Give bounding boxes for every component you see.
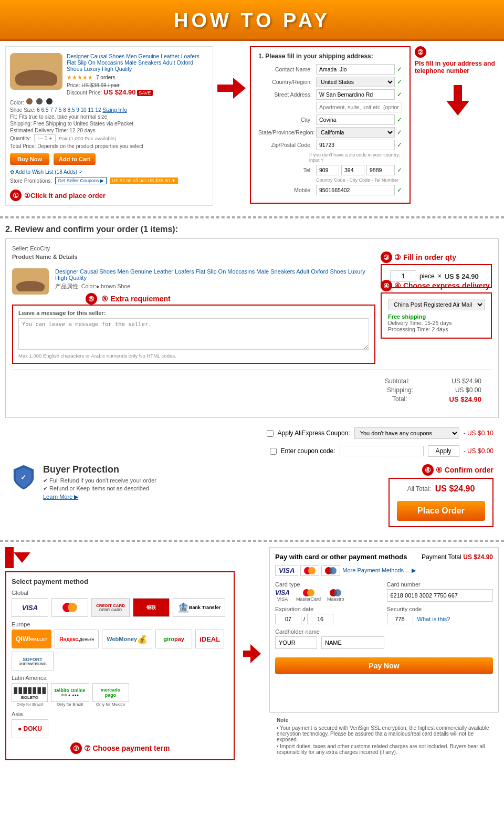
- mobile-check-icon: ✓: [397, 186, 402, 194]
- yandex-method[interactable]: Яндекс .Деньги: [55, 630, 99, 648]
- add-to-cart-button[interactable]: Add to Cart: [54, 153, 96, 165]
- doku-method[interactable]: ● DOKU: [12, 719, 48, 738]
- what-is-this-link[interactable]: What is this?: [417, 616, 450, 622]
- total-value: US $24.90: [449, 395, 481, 403]
- payment-total-label: Payment Total: [422, 553, 461, 561]
- total-price-row: Total Price: Depends on the product prop…: [10, 143, 208, 149]
- state-select[interactable]: California: [316, 127, 395, 138]
- payment-right-wrapper: Pay with card or other payment methods P…: [269, 547, 499, 760]
- bp-link[interactable]: Learn More ▶: [43, 494, 78, 500]
- step3-label-area: ③ ③ Fill in order qty: [381, 251, 456, 263]
- quantity-row: Quantity: — 1 + Pair (1,000 Pair availab…: [10, 134, 208, 142]
- zip-input[interactable]: [316, 140, 395, 150]
- mercado-method[interactable]: mercado pago Only for Mexico: [92, 683, 129, 707]
- shipping-total-row: Shipping: US $0.00: [23, 386, 481, 394]
- exp-label: Expiration date: [275, 606, 382, 612]
- zip-hint-row: If you don't have a zip code in your cou…: [258, 152, 402, 163]
- exp-security-row: Expiration date / Security code What is …: [275, 606, 493, 624]
- payment-arrow-shaft: [243, 651, 250, 657]
- aliexpress-coupon-discount: - US $0.10: [464, 429, 494, 437]
- aliexpress-coupon-checkbox[interactable]: [267, 430, 274, 437]
- apply-button[interactable]: Apply: [428, 445, 459, 457]
- coupon-input-row: Enter coupon code: Apply - US $0.00: [0, 443, 504, 459]
- action-buttons: Buy Now Add to Cart: [10, 153, 208, 165]
- aliexpress-coupon-select[interactable]: You don't have any coupons: [354, 427, 459, 439]
- global-label: Global: [12, 590, 228, 596]
- bank-icon: 🏦: [177, 602, 189, 613]
- sofort-method[interactable]: SOFORTÜBERWEISUNG: [12, 652, 54, 670]
- security-label: Security code: [387, 606, 494, 612]
- notes-section: Note • Your payment is secured with Veri…: [269, 712, 499, 760]
- payment-total-row: Payment Total US $24.90: [422, 553, 493, 561]
- payment-arrow-head: [250, 644, 261, 663]
- coupon-code-input[interactable]: [340, 446, 424, 456]
- message-section: Leave a message for this seller: Max 1,0…: [12, 305, 375, 364]
- giropay-method[interactable]: giropay: [155, 630, 192, 648]
- apt-input[interactable]: [316, 102, 402, 112]
- cardholder-col: Cardholder name: [275, 628, 493, 649]
- visa-method[interactable]: VISA: [12, 598, 48, 617]
- message-label: Leave a message for this seller:: [18, 310, 369, 316]
- cardholder-row: Cardholder name: [275, 628, 493, 649]
- sizing-info-link[interactable]: Sizing Info: [102, 107, 127, 113]
- step2-note-area: ② Pls fill in your address and telephone…: [411, 46, 499, 116]
- ideal-method[interactable]: iDEAL: [195, 630, 224, 648]
- webmoney-method[interactable]: WebMoney💰: [102, 630, 152, 648]
- coupon-code-label: Enter coupon code:: [281, 447, 335, 455]
- bp-item2: ✔ Refund or Keep items not as described: [43, 485, 156, 492]
- arrow-down-head: [446, 101, 469, 116]
- shipping-total-value: US $0.00: [455, 386, 481, 394]
- wishlist-link[interactable]: ✿ Add to Wish List (18 Adds) ✓: [10, 169, 208, 175]
- message-textarea[interactable]: [18, 318, 369, 350]
- delito-method[interactable]: Débito Online ⊕⊕▲ ●●● Only for Brazil: [51, 683, 89, 707]
- mastercard-method[interactable]: [51, 598, 88, 617]
- global-group: Global VISA CREDIT CARD DEBIT CARD: [12, 590, 228, 617]
- buy-now-button[interactable]: Buy Now: [10, 153, 49, 165]
- boleto-method[interactable]: ▮▮▮▮▮▮▮ BOLETO Only for Brazil: [12, 683, 48, 707]
- cardholder-label: Cardholder name: [275, 628, 493, 635]
- header-banner: HOW TO PAY: [0, 0, 504, 41]
- step7-label-area: ⑦ ⑦ Choose payment term: [12, 742, 228, 754]
- delivery-select[interactable]: China Post Registered Air Mail: [388, 299, 485, 310]
- pay-now-button[interactable]: Pay Now: [275, 657, 493, 674]
- europe-label: Europe: [12, 621, 228, 627]
- city-check-icon: ✓: [397, 116, 402, 123]
- tel-input1[interactable]: [316, 165, 339, 175]
- exp-year-input[interactable]: [307, 614, 333, 624]
- coupon-code-checkbox[interactable]: [270, 448, 277, 455]
- place-order-button[interactable]: Place Order: [397, 501, 485, 521]
- visa-label: VISA: [277, 596, 288, 602]
- more-payment-link[interactable]: More Payment Methods ... ▶: [342, 567, 416, 574]
- bank-transfer-method[interactable]: 🏦 Bank Transfer: [173, 598, 225, 617]
- exp-slash: /: [303, 616, 305, 622]
- shield-icon: ✓: [10, 464, 37, 490]
- discover-method[interactable]: CREDIT CARD DEBIT CARD: [91, 598, 130, 617]
- color-row: Color:: [10, 98, 208, 106]
- cardholder-first-input[interactable]: [275, 636, 317, 649]
- security-input[interactable]: [387, 614, 413, 624]
- exp-month-input[interactable]: [275, 614, 301, 624]
- tel-input2[interactable]: [341, 165, 364, 175]
- shipping-outer: 1. Please fill in your shipping address:…: [250, 46, 499, 204]
- order-left: Designer Causal Shoes Men Genuine Leathe…: [12, 264, 375, 364]
- cardholder-last-input[interactable]: [321, 636, 384, 649]
- exp-row: /: [275, 614, 382, 624]
- union-method[interactable]: 银联: [133, 598, 170, 617]
- arrow-right-icon: [217, 78, 246, 99]
- qiwi-method[interactable]: QIWIWALLET: [12, 630, 51, 648]
- mobile-input[interactable]: [316, 185, 395, 195]
- tel-input3[interactable]: [366, 165, 395, 175]
- contact-name-input[interactable]: [316, 64, 395, 75]
- shipping-total-label: Shipping:: [387, 386, 413, 394]
- tel-hint: Country Code - City Code - Tel Number: [316, 177, 398, 183]
- coupons-link[interactable]: Get Seller Coupons ▶: [55, 177, 107, 184]
- country-select[interactable]: United States: [316, 77, 395, 87]
- street-input[interactable]: [316, 89, 395, 100]
- message-hint: Max 1,000 English characters or Arabic n…: [18, 353, 369, 359]
- mobile-row: Mobile: ✓: [258, 185, 402, 195]
- card-number-input[interactable]: [387, 589, 494, 602]
- city-input[interactable]: [316, 114, 395, 125]
- delivery-wrapper: ④ ④ Choose express delivery China Post R…: [381, 292, 492, 339]
- step5-circle: ⑤: [86, 293, 97, 305]
- payment-left-title-row: [5, 547, 235, 568]
